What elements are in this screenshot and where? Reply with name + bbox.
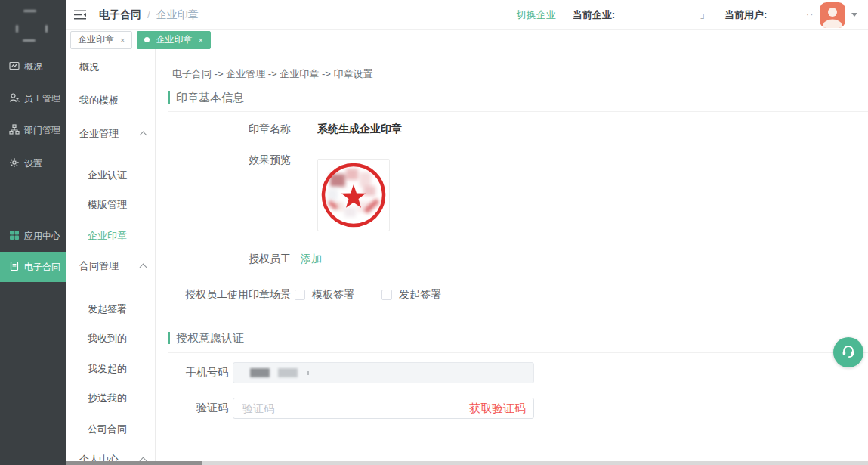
breadcrumb-separator: / (147, 9, 150, 20)
content-breadcrumb: 电子合同 -> 企业管理 -> 企业印章 -> 印章设置 (172, 67, 372, 81)
breadcrumb-page[interactable]: 企业印章 (156, 8, 199, 22)
nav-item-label: 模版管理 (88, 197, 127, 213)
sidebar-item-app-center[interactable]: 应用中心 (0, 221, 66, 251)
nav-item-initiate-signing[interactable]: 发起签署 (88, 301, 150, 318)
menu-fold-icon[interactable] (73, 9, 87, 20)
departments-icon (9, 124, 20, 137)
code-row: 验证码 获取验证码 (156, 398, 534, 419)
sidebar-item-settings[interactable]: 设置 (0, 148, 66, 178)
tab-label: 企业印章 (156, 33, 192, 46)
sidebar-item-label: 概况 (24, 60, 42, 73)
nav-group-contract-management[interactable]: 合同管理 (79, 258, 150, 274)
main-content: 电子合同 -> 企业管理 -> 企业印章 -> 印章设置 印章基本信息 印章名称… (156, 48, 868, 465)
seal-name-label: 印章名称 (156, 122, 291, 136)
tab-enterprise-seal-active[interactable]: 企业印章 × (137, 31, 210, 49)
authorized-employees-label: 授权员工 (156, 253, 291, 266)
avatar[interactable] (820, 2, 845, 28)
nav-item-label: 我发起的 (88, 361, 127, 377)
authorized-employees-row: 授权员工 添加 (156, 251, 322, 268)
logo-mark (23, 10, 36, 12)
phone-row: 手机号码 (156, 362, 534, 383)
settings-icon (9, 157, 20, 170)
switch-company-link[interactable]: 切换企业 (517, 8, 556, 22)
nav-item-initiated[interactable]: 我发起的 (88, 361, 150, 377)
sidebar-item-label: 电子合同 (24, 261, 60, 274)
logo-mark (16, 25, 18, 33)
redacted-phone-part (278, 368, 298, 377)
add-employee-link[interactable]: 添加 (301, 253, 322, 266)
scrollbar-thumb[interactable] (66, 461, 202, 465)
chevron-up-icon (140, 262, 147, 270)
nav-item-label: 合同管理 (79, 258, 119, 274)
checkbox-label: 发起签署 (399, 288, 441, 302)
top-header: 电子合同 / 企业印章 切换企业 当前企业: 」 当前用户: ·· (66, 0, 868, 30)
horizontal-scrollbar[interactable] (66, 461, 868, 465)
code-label: 验证码 (156, 401, 228, 415)
redacted-phone-part (250, 368, 270, 377)
nav-item-company-contracts[interactable]: 公司合同 (88, 421, 150, 438)
section-accent-bar (168, 91, 170, 104)
sidebar-item-overview[interactable]: 概况 (0, 51, 66, 82)
get-code-button[interactable]: 获取验证码 (469, 401, 526, 416)
nav-item-label: 公司合同 (88, 421, 127, 438)
nav-item-label: 概况 (79, 59, 99, 76)
tab-label: 企业印章 (78, 33, 114, 46)
section-divider (168, 352, 868, 353)
redacted-phone-mark (307, 371, 309, 375)
phone-input (233, 362, 534, 383)
close-icon[interactable]: × (198, 36, 202, 45)
nav-item-label: 发起签署 (88, 301, 127, 318)
current-company-label: 当前企业: (573, 8, 615, 22)
headset-icon (841, 343, 856, 361)
nav-item-cc-me[interactable]: 抄送我的 (88, 390, 150, 407)
nav-item-label: 我收到的 (88, 330, 127, 347)
redacted-user-name (767, 10, 806, 20)
checkbox-label: 模板签署 (312, 288, 354, 302)
company-logo (0, 0, 66, 47)
close-icon[interactable]: × (120, 36, 125, 45)
tab-bar: 企业印章 × 企业印章 × (66, 30, 868, 49)
sidebar-item-label: 应用中心 (24, 230, 60, 243)
sidebar-item-label: 设置 (24, 157, 42, 170)
primary-sidebar: 概况 员工管理 部门管理 设置 应用中心 (0, 0, 66, 465)
checkbox-initiate-signing[interactable] (381, 290, 392, 300)
seal-name-row: 印章名称 系统生成企业印章 (156, 121, 402, 138)
nav-item-my-templates[interactable]: 我的模板 (79, 92, 150, 109)
preview-row: 效果预览 (156, 152, 291, 169)
company-redacted-suffix: 」 (700, 8, 709, 22)
nav-item-enterprise-seal[interactable]: 企业印章 (88, 228, 150, 244)
section-divider (168, 111, 868, 112)
breadcrumb-app: 电子合同 (99, 8, 141, 22)
redacted-company-name (615, 10, 700, 20)
code-input-wrapper: 获取验证码 (233, 398, 534, 419)
overview-icon (9, 60, 20, 73)
logo-mark (23, 39, 36, 42)
e-contract-icon (9, 261, 20, 274)
chevron-down-icon[interactable] (851, 13, 857, 17)
sidebar-item-e-contract[interactable]: 电子合同 (0, 252, 66, 282)
seal-preview-image (317, 159, 390, 231)
customer-support-button[interactable] (833, 337, 863, 367)
secondary-sidebar: 概况 我的模板 企业管理 企业认证 模版管理 企业印章 合同管理 发起签署 我收… (66, 49, 156, 465)
checkbox-template-signing[interactable] (295, 290, 305, 300)
tab-enterprise-seal[interactable]: 企业印章 × (70, 31, 132, 49)
current-user-label: 当前用户: (724, 8, 767, 22)
nav-group-enterprise-management[interactable]: 企业管理 (79, 126, 150, 142)
nav-item-received[interactable]: 我收到的 (88, 330, 150, 347)
sidebar-item-label: 部门管理 (24, 124, 60, 137)
sidebar-item-departments[interactable]: 部门管理 (0, 115, 66, 145)
employees-icon (9, 92, 20, 105)
code-input[interactable] (241, 401, 469, 415)
nav-item-template-management[interactable]: 模版管理 (88, 197, 150, 213)
usage-scene-label: 授权员工使用印章场景 (156, 288, 291, 302)
nav-item-label: 企业认证 (88, 167, 127, 184)
preview-label: 效果预览 (156, 153, 291, 167)
nav-item-label: 企业印章 (88, 228, 127, 244)
user-redacted-marks: ·· (806, 11, 814, 19)
section-title-text: 印章基本信息 (176, 91, 244, 105)
active-tab-dot (144, 37, 150, 42)
sidebar-item-employees[interactable]: 员工管理 (0, 83, 66, 113)
nav-item-overview[interactable]: 概况 (79, 59, 150, 76)
nav-item-enterprise-auth[interactable]: 企业认证 (88, 167, 150, 184)
header-right-group: 切换企业 当前企业: 」 当前用户: ·· (517, 2, 857, 28)
